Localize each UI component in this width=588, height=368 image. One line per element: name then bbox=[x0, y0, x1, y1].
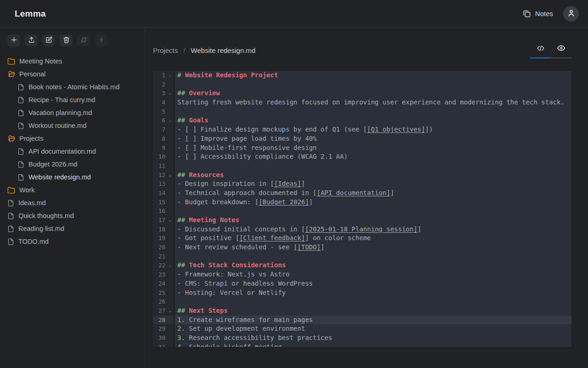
line-number: 4 bbox=[153, 98, 167, 107]
code-text[interactable]: - [ ] Improve page load times by 40% bbox=[175, 134, 571, 144]
editor-line-3: 3⌄## Overview bbox=[153, 89, 571, 98]
breadcrumb-file[interactable]: Website redesign.md bbox=[191, 46, 255, 54]
tree-item-todo-md[interactable]: TODO.md bbox=[0, 235, 145, 248]
breadcrumb-folder[interactable]: Projects bbox=[153, 46, 178, 54]
fold-gutter bbox=[167, 324, 174, 334]
wiki-link[interactable]: [API documentation] bbox=[317, 189, 390, 196]
code-text[interactable]: - [ ] Accessibility compliance (WCAG 2.1… bbox=[175, 152, 571, 161]
code-text[interactable]: - Budget breakdown: [[Budget 2026]] bbox=[175, 198, 571, 207]
tree-item-personal[interactable]: Personal bbox=[0, 68, 145, 80]
code-text[interactable] bbox=[175, 107, 571, 116]
file-icon bbox=[17, 148, 24, 155]
line-number: 31 bbox=[153, 343, 167, 347]
code-text[interactable]: ## Tech Stack Considerations bbox=[175, 261, 571, 270]
editor-line-22: 22⌄## Tech Stack Considerations bbox=[153, 261, 571, 270]
tree-item-label: Quick thoughts.md bbox=[18, 212, 74, 219]
fold-arrow-icon[interactable]: ⌄ bbox=[167, 306, 174, 316]
code-text[interactable] bbox=[175, 161, 571, 171]
code-text[interactable] bbox=[175, 297, 571, 306]
fold-gutter bbox=[167, 189, 174, 198]
code-text[interactable]: 2. Set up development environment bbox=[175, 324, 571, 334]
tree-item-ideas-md[interactable]: Ideas.md bbox=[0, 196, 145, 209]
fold-arrow-icon[interactable]: ⌄ bbox=[167, 116, 174, 125]
line-number: 2 bbox=[153, 80, 167, 89]
code-text[interactable]: - Next review scheduled - see [[TODO]] bbox=[175, 243, 571, 252]
code-text[interactable]: - [ ] Finalize design mockups by end of … bbox=[175, 125, 571, 134]
tree-item-workout-routine-md[interactable]: Workout routine.md bbox=[0, 119, 145, 132]
wiki-link[interactable]: [Ideas] bbox=[274, 180, 301, 187]
editor-line-1: 1⌄# Website Redesign Project bbox=[153, 71, 571, 80]
preview-view-button[interactable] bbox=[551, 42, 571, 56]
sidebar: Meeting NotesPersonalBook notes - Atomic… bbox=[0, 28, 145, 368]
markdown-editor[interactable]: 1⌄# Website Redesign Project23⌄## Overvi… bbox=[153, 71, 571, 347]
fold-arrow-icon[interactable]: ⌄ bbox=[167, 171, 174, 180]
tree-item-api-documentation-md[interactable]: API documentation.md bbox=[0, 145, 145, 158]
tree-item-budget-2026-md[interactable]: Budget 2026.md bbox=[0, 158, 145, 171]
upload-button[interactable] bbox=[25, 34, 38, 46]
code-text[interactable]: 3. Research accessibility best practices bbox=[175, 334, 571, 343]
delete-note-button[interactable] bbox=[60, 34, 73, 46]
wiki-link[interactable]: [Client feedback] bbox=[239, 234, 305, 242]
tree-item-reading-list-md[interactable]: Reading list.md bbox=[0, 222, 145, 235]
new-note-button[interactable] bbox=[7, 34, 20, 46]
tree-item-quick-thoughts-md[interactable]: Quick thoughts.md bbox=[0, 209, 145, 222]
wiki-link[interactable]: [TODO] bbox=[297, 243, 321, 251]
fold-gutter bbox=[167, 198, 174, 207]
code-text[interactable]: - CMS: Strapi or headless WordPress bbox=[175, 279, 571, 288]
code-text[interactable] bbox=[175, 207, 571, 216]
folder-closed-icon bbox=[7, 58, 15, 65]
topbar-right: Notes bbox=[522, 6, 579, 22]
tree-item-book-notes-atomic-habits-md[interactable]: Book notes - Atomic Habits.md bbox=[0, 80, 145, 93]
file-icon bbox=[7, 238, 14, 245]
code-text[interactable]: - Discussed initial concepts in [[2025-0… bbox=[175, 225, 571, 234]
fold-gutter bbox=[167, 80, 174, 89]
wiki-link[interactable]: [Budget 2026] bbox=[259, 198, 309, 206]
notes-stack-icon bbox=[522, 9, 531, 18]
code-text[interactable]: ## Meeting Notes bbox=[175, 216, 571, 225]
code-text[interactable]: 4. Schedule kickoff meeting bbox=[175, 343, 571, 347]
code-text[interactable]: ## Goals bbox=[175, 116, 571, 125]
code-text[interactable]: 1. Create wireframes for main pages bbox=[175, 316, 571, 325]
tree-item-work[interactable]: Work bbox=[0, 184, 145, 196]
code-text[interactable]: - Framework: Next.js vs Astro bbox=[175, 270, 571, 279]
code-text[interactable]: - Got positive [[Client feedback]] on co… bbox=[175, 234, 571, 243]
code-text[interactable]: # Website Redesign Project bbox=[175, 71, 571, 80]
code-view-button[interactable] bbox=[530, 42, 551, 56]
line-number: 26 bbox=[153, 297, 167, 306]
code-text[interactable]: ## Overview bbox=[175, 89, 571, 98]
code-text[interactable]: Starting fresh website redesign focused … bbox=[175, 98, 571, 107]
editor-line-16: 16 bbox=[153, 207, 571, 216]
tree-item-vacation-planning-md[interactable]: Vacation planning.md bbox=[0, 106, 145, 119]
line-number: 28 bbox=[153, 316, 167, 325]
code-text[interactable]: - Hosting: Vercel or Netlify bbox=[175, 288, 571, 298]
editor-line-25: 25- Hosting: Vercel or Netlify bbox=[153, 288, 571, 298]
fold-arrow-icon[interactable]: ⌄ bbox=[167, 89, 174, 98]
tree-item-website-redesign-md[interactable]: Website redesign.md bbox=[0, 171, 145, 184]
code-text[interactable] bbox=[175, 252, 571, 261]
editor-line-8: 8- [ ] Improve page load times by 40% bbox=[153, 134, 571, 144]
editor-line-23: 23- Framework: Next.js vs Astro bbox=[153, 270, 571, 279]
code-text[interactable]: - [ ] Mobile-first responsive design bbox=[175, 144, 571, 153]
upload-icon bbox=[28, 36, 35, 45]
code-text[interactable]: - Technical approach documented in [[API… bbox=[175, 189, 571, 198]
notes-label: Notes bbox=[535, 10, 553, 17]
code-text[interactable] bbox=[175, 80, 571, 89]
notes-button[interactable]: Notes bbox=[522, 9, 553, 18]
tree-item-meeting-notes[interactable]: Meeting Notes bbox=[0, 55, 145, 68]
code-text[interactable]: - Design inspiration in [[Ideas]] bbox=[175, 179, 571, 189]
tree-item-projects[interactable]: Projects bbox=[0, 132, 145, 145]
code-icon bbox=[537, 44, 545, 54]
avatar[interactable] bbox=[563, 6, 579, 22]
code-text[interactable]: ## Next Steps bbox=[175, 306, 571, 316]
fold-arrow-icon[interactable]: ⌄ bbox=[167, 216, 174, 225]
wiki-link[interactable]: [Q1 objectives] bbox=[367, 126, 425, 133]
tree-item-recipe-thai-curry-md[interactable]: Recipe - Thai curry.md bbox=[0, 93, 145, 106]
code-text[interactable]: ## Resources bbox=[175, 171, 571, 180]
fold-arrow-icon[interactable]: ⌄ bbox=[167, 71, 174, 80]
fold-arrow-icon[interactable]: ⌄ bbox=[167, 261, 174, 270]
tree-item-label: Meeting Notes bbox=[19, 58, 62, 65]
edit-note-button[interactable] bbox=[42, 34, 55, 46]
editor-line-17: 17⌄## Meeting Notes bbox=[153, 216, 571, 225]
wiki-link[interactable]: [2025-01-18 Planning session] bbox=[305, 225, 417, 233]
editor-line-13: 13- Design inspiration in [[Ideas]] bbox=[153, 179, 571, 189]
